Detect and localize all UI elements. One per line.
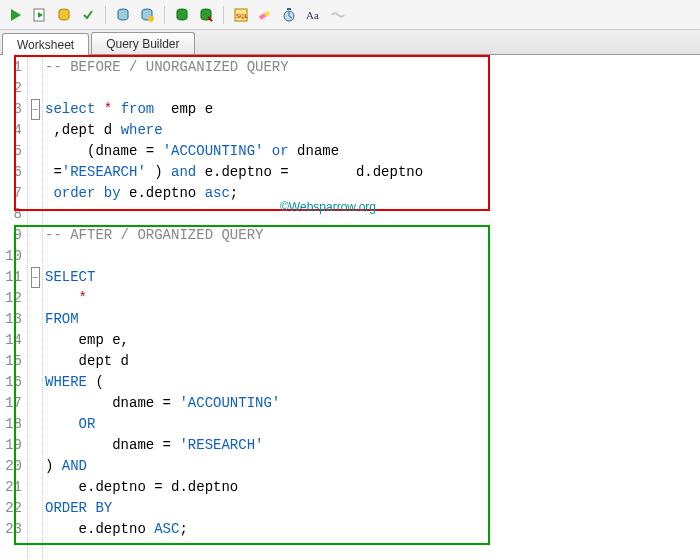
fold-slot [28, 162, 42, 183]
line-number: 8 [0, 204, 22, 225]
fold-slot [28, 78, 42, 99]
explain-icon[interactable] [113, 5, 133, 25]
code-line[interactable]: emp e, [45, 330, 700, 351]
separator-icon [164, 6, 165, 24]
fold-slot [28, 225, 42, 246]
timer-icon[interactable] [279, 5, 299, 25]
commit-icon[interactable] [54, 5, 74, 25]
sql-editor[interactable]: 1234567891011121314151617181920212223 −−… [0, 55, 700, 560]
fold-slot: − [28, 267, 42, 288]
code-content[interactable]: -- BEFORE / UNORGANIZED QUERYselect * fr… [42, 55, 700, 560]
fold-slot [28, 498, 42, 519]
fold-slot [28, 519, 42, 540]
code-line[interactable]: e.deptno ASC; [45, 519, 700, 540]
line-number: 14 [0, 330, 22, 351]
fold-slot [28, 435, 42, 456]
fold-slot [28, 309, 42, 330]
code-line[interactable]: * [45, 288, 700, 309]
svg-point-6 [148, 16, 154, 22]
sql-history-icon[interactable] [196, 5, 216, 25]
watermark-text: ©Websparrow.org [280, 200, 376, 214]
code-line[interactable]: (dname = 'ACCOUNTING' or dname [45, 141, 700, 162]
run-icon[interactable] [6, 5, 26, 25]
run-script-icon[interactable] [30, 5, 50, 25]
sql-format-icon[interactable]: SQL [231, 5, 251, 25]
line-number: 20 [0, 456, 22, 477]
svg-text:SQL: SQL [236, 13, 249, 19]
line-number: 11 [0, 267, 22, 288]
fold-slot [28, 456, 42, 477]
line-number: 17 [0, 393, 22, 414]
code-line[interactable] [45, 78, 700, 99]
fold-slot [28, 246, 42, 267]
fold-slot [28, 330, 42, 351]
fold-slot [28, 351, 42, 372]
line-number: 10 [0, 246, 22, 267]
code-line[interactable] [45, 246, 700, 267]
code-line[interactable]: WHERE ( [45, 372, 700, 393]
fold-slot [28, 120, 42, 141]
toolbar: SQL Aa [0, 0, 700, 30]
fold-slot [28, 288, 42, 309]
fold-slot [28, 183, 42, 204]
editor-area: 1234567891011121314151617181920212223 −−… [0, 55, 700, 560]
line-number: 6 [0, 162, 22, 183]
fold-slot [28, 414, 42, 435]
case-icon[interactable]: Aa [303, 5, 323, 25]
tab-query-builder[interactable]: Query Builder [91, 32, 194, 54]
line-number: 15 [0, 351, 22, 372]
code-line[interactable]: -- BEFORE / UNORGANIZED QUERY [45, 57, 700, 78]
code-line[interactable]: FROM [45, 309, 700, 330]
fold-toggle-icon[interactable]: − [31, 267, 40, 288]
fold-slot [28, 204, 42, 225]
code-line[interactable]: dname = 'RESEARCH' [45, 435, 700, 456]
tab-worksheet[interactable]: Worksheet [2, 33, 89, 55]
separator-icon [105, 6, 106, 24]
line-number: 23 [0, 519, 22, 540]
code-line[interactable]: OR [45, 414, 700, 435]
svg-marker-0 [11, 9, 21, 21]
sql-tuning-icon[interactable] [172, 5, 192, 25]
svg-rect-14 [287, 8, 291, 10]
clear-icon[interactable] [255, 5, 275, 25]
line-number: 3 [0, 99, 22, 120]
line-number-gutter: 1234567891011121314151617181920212223 [0, 55, 28, 560]
code-line[interactable]: e.deptno = d.deptno [45, 477, 700, 498]
line-number: 12 [0, 288, 22, 309]
autocommit-icon[interactable] [78, 5, 98, 25]
code-line[interactable]: select * from emp e [45, 99, 700, 120]
fold-slot [28, 141, 42, 162]
line-number: 7 [0, 183, 22, 204]
fold-slot [28, 393, 42, 414]
line-number: 2 [0, 78, 22, 99]
line-number: 13 [0, 309, 22, 330]
line-number: 22 [0, 498, 22, 519]
code-line[interactable]: ) AND [45, 456, 700, 477]
fold-column: −− [28, 55, 42, 560]
separator-icon [223, 6, 224, 24]
line-number: 19 [0, 435, 22, 456]
line-number: 4 [0, 120, 22, 141]
line-number: 1 [0, 57, 22, 78]
code-line[interactable]: ORDER BY [45, 498, 700, 519]
find-icon [327, 5, 347, 25]
code-line[interactable]: dname = 'ACCOUNTING' [45, 393, 700, 414]
code-line[interactable]: SELECT [45, 267, 700, 288]
code-line[interactable]: dept d [45, 351, 700, 372]
svg-text:Aa: Aa [306, 9, 319, 21]
line-number: 5 [0, 141, 22, 162]
fold-slot [28, 477, 42, 498]
code-line[interactable]: ,dept d where [45, 120, 700, 141]
line-number: 21 [0, 477, 22, 498]
autotrace-icon[interactable] [137, 5, 157, 25]
fold-toggle-icon[interactable]: − [31, 99, 40, 120]
line-number: 9 [0, 225, 22, 246]
fold-slot [28, 57, 42, 78]
fold-slot [28, 372, 42, 393]
fold-slot: − [28, 99, 42, 120]
code-line[interactable]: -- AFTER / ORGANIZED QUERY [45, 225, 700, 246]
code-line[interactable]: ='RESEARCH' ) and e.deptno = d.deptno [45, 162, 700, 183]
line-number: 18 [0, 414, 22, 435]
tab-strip: Worksheet Query Builder [0, 30, 700, 55]
line-number: 16 [0, 372, 22, 393]
